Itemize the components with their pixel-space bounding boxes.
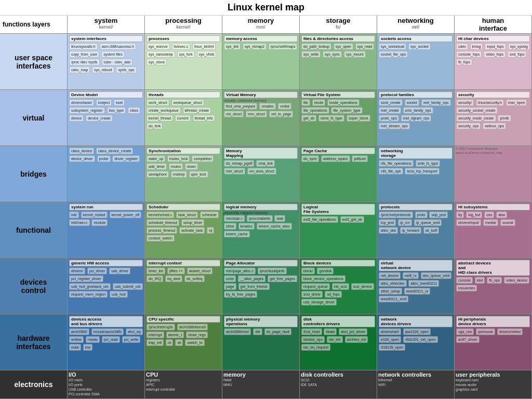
cell-functional-human: HI subsystems tty log_buf oss alsa drive… (455, 202, 532, 258)
cell-virtual-networking: protocol families sock_create socket ine… (377, 90, 455, 145)
cell-hardware-memory: physical memory operations arch/i386/mm/… (222, 314, 300, 370)
row-bridges: bridges class_device class_device_create… (0, 146, 532, 202)
column-headers: functions layers system kernel/ processi… (0, 16, 532, 34)
row-hardware: hardware interfaces devices access and b… (0, 314, 532, 370)
content-rows: user space interfaces system interfaces … (0, 34, 532, 399)
cell-functional-networking: protocols /proc/net/protocols proto udp_… (377, 202, 455, 258)
cell-devices-storage: Block devices block/ gendisk block_devic… (300, 258, 377, 314)
cell-bridges-human: © 2007 Constantine Shulyupin www.LinuxDr… (455, 146, 532, 202)
cell-electronics-peripherals: user peripherals keyboard cam mouse audi… (455, 370, 532, 398)
grid-wrapper: functions layers system kernel/ processi… (0, 16, 532, 399)
cell-bridges-system: class_device class_device_create device_… (68, 146, 145, 202)
cell-user-storage: files & directories access do_path_looku… (300, 34, 377, 89)
col-processing: processing kernel/ (145, 16, 222, 33)
cell-hardware-processing: CPU specific /proc/interrupts arch/i386/… (145, 314, 222, 370)
label-user-space: user space interfaces (0, 34, 68, 89)
cell-virtual-human: security security/ linux/security.h mav_… (455, 90, 532, 145)
cell-user-human: HI char devices cdev kmsg input_fops sys… (455, 34, 532, 89)
label-bridges: bridges (0, 146, 68, 202)
col-system: system kernel/ (68, 16, 145, 33)
cell-electronics-cpu: CPU registers APIC interrupt controller (145, 370, 222, 398)
cell-bridges-storage: Page Cache do_sync address_space pdflush (300, 146, 377, 202)
label-electronics: electronics (0, 370, 68, 398)
cell-user-memory: memory access sys_brk sys_mmap2 /proc/se… (222, 34, 300, 89)
col-networking: networking net/ (377, 16, 455, 33)
cell-virtual-storage: Virtual File System file inode inode_ope… (300, 90, 377, 145)
cell-hardware-storage: disk controllers drivers Scsi_Host libat… (300, 314, 377, 370)
page-title: Linux kernel map (0, 0, 532, 16)
cell-bridges-processing: Synchronization wake_up mutex_lock compl… (145, 146, 222, 202)
cell-functional-system: system run init/ kernel_restart kernel_p… (68, 202, 145, 258)
cell-virtual-system: Device Model drivers/base/ kobject kset … (68, 90, 145, 145)
cell-electronics-net: network controllers Ethernet WiFi (377, 370, 455, 398)
cell-functional-processing: Scheduler kernel/sched.c task_struct sch… (145, 202, 222, 258)
row-virtual: virtual Device Model drivers/base/ kobje… (0, 90, 532, 146)
cell-electronics-disk: disk controllers SCSI IDE SATA (300, 370, 377, 398)
fl-label: functions layers (0, 16, 68, 33)
col-human: human interface (455, 16, 532, 33)
cell-devices-networking: virtual network device net_device netif_… (377, 258, 455, 314)
row-functional: functional system run init/ kernel_resta… (0, 202, 532, 258)
cell-devices-system: generic HW access drivers/ pci_driver us… (68, 258, 145, 314)
label-devices: devices control (0, 258, 68, 314)
cell-devices-memory: Page Allocator mm/page_alloc.c /proc/bud… (222, 258, 300, 314)
main-container: Linux kernel map functions layers system… (0, 0, 532, 399)
cell-devices-human: abstract devices and HID class drivers c… (455, 258, 532, 314)
cell-hardware-networking: network devices drivers drivers/net/ ipw… (377, 314, 455, 370)
cell-electronics-memory: memory RAM MMU (222, 370, 300, 398)
cell-hardware-human: HI peripherals device drivers vga_con ps… (455, 314, 532, 370)
label-virtual: virtual (0, 90, 68, 145)
cell-virtual-memory: Virtual Memory virtually continues memor… (222, 90, 300, 145)
cell-hardware-system: devices access and bus drivers arch/i386… (68, 314, 145, 370)
cell-user-networking: sockets access sys_socketcall sys_socket… (377, 34, 455, 89)
label-hardware: hardware interfaces (0, 314, 68, 370)
cell-user-system: system interfaces linux/syscalls.h asm-i… (68, 34, 145, 89)
col-storage: storage fs/ (300, 16, 377, 33)
col-memory: memory mm/ (222, 16, 300, 33)
cell-electronics-io: I/O I/O mem I/O ports USB controller PCI… (68, 370, 145, 398)
cell-bridges-networking: networking storage nfs_file_operations s… (377, 146, 455, 202)
label-functional: functional (0, 202, 68, 258)
cell-virtual-processing: threads work_struct workqueue_struct cre… (145, 90, 222, 145)
row-devices: devices control generic HW access driver… (0, 258, 532, 314)
cell-devices-processing: interrupt context timer_list jiffies ++ … (145, 258, 222, 314)
cell-bridges-memory: Memory Mapping do_mmap_pgoff vma_link mm… (222, 146, 300, 202)
cell-user-processing: processes sys_execve fs/exec.c linux_bin… (145, 34, 222, 89)
cell-functional-memory: logical memory physically mapped memory … (222, 202, 300, 258)
row-user-space: user space interfaces system interfaces … (0, 34, 532, 90)
row-electronics: electronics I/O I/O mem I/O ports USB co… (0, 370, 532, 399)
cell-functional-storage: Logical File Systems ext3_file_operation… (300, 202, 377, 258)
